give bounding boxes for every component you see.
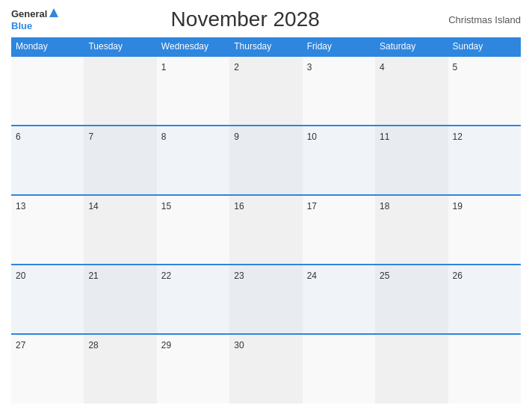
day-cell: 18 [375,195,448,265]
week-row-4: 20 21 22 23 24 25 26 [11,265,521,334]
day-cell: 22 [157,265,229,334]
day-cell: 14 [84,195,156,265]
header: General Blue November 2028 Christmas Isl… [11,7,521,31]
day-cell [448,334,521,404]
day-cell [303,334,375,404]
col-monday: Monday [11,37,84,56]
day-cell: 5 [448,56,521,126]
day-cell [375,334,448,404]
day-cell: 21 [84,265,156,334]
day-cell [11,56,84,126]
day-cell: 26 [448,265,521,334]
day-cell: 30 [229,334,302,404]
day-cell: 16 [229,195,302,265]
day-cell: 2 [229,56,302,126]
day-cell: 27 [11,334,84,404]
day-cell: 15 [157,195,229,265]
calendar-title: November 2028 [59,7,431,31]
day-cell: 3 [303,56,375,126]
logo-blue-text: Blue [11,21,59,31]
col-tuesday: Tuesday [84,37,156,56]
day-cell: 10 [303,126,375,195]
day-cell: 12 [448,126,521,195]
calendar-table: Monday Tuesday Wednesday Thursday Friday… [11,37,521,404]
day-cell: 28 [84,334,156,404]
day-cell: 23 [229,265,302,334]
day-cell: 6 [11,126,84,195]
day-cell: 13 [11,195,84,265]
week-row-1: 1 2 3 4 5 [11,56,521,126]
day-cell: 20 [11,265,84,334]
week-row-2: 6 7 8 9 10 11 12 [11,126,521,195]
col-wednesday: Wednesday [157,37,229,56]
day-cell [84,56,156,126]
logo-general-text: General [11,9,47,19]
day-cell: 1 [157,56,229,126]
logo: General Blue [11,7,59,31]
day-cell: 19 [448,195,521,265]
day-cell: 8 [157,126,229,195]
day-cell: 17 [303,195,375,265]
day-cell: 11 [375,126,448,195]
day-cell: 9 [229,126,302,195]
col-friday: Friday [303,37,375,56]
week-row-5: 27 28 29 30 [11,334,521,404]
calendar-page: General Blue November 2028 Christmas Isl… [0,0,532,411]
days-header-row: Monday Tuesday Wednesday Thursday Friday… [11,37,521,56]
logo-flag-icon [49,7,59,18]
col-sunday: Sunday [448,37,521,56]
svg-marker-0 [49,8,58,17]
day-cell: 29 [157,334,229,404]
location-label: Christmas Island [431,14,521,25]
day-cell: 24 [303,265,375,334]
col-thursday: Thursday [229,37,302,56]
col-saturday: Saturday [375,37,448,56]
week-row-3: 13 14 15 16 17 18 19 [11,195,521,265]
day-cell: 25 [375,265,448,334]
day-cell: 4 [375,56,448,126]
day-cell: 7 [84,126,156,195]
